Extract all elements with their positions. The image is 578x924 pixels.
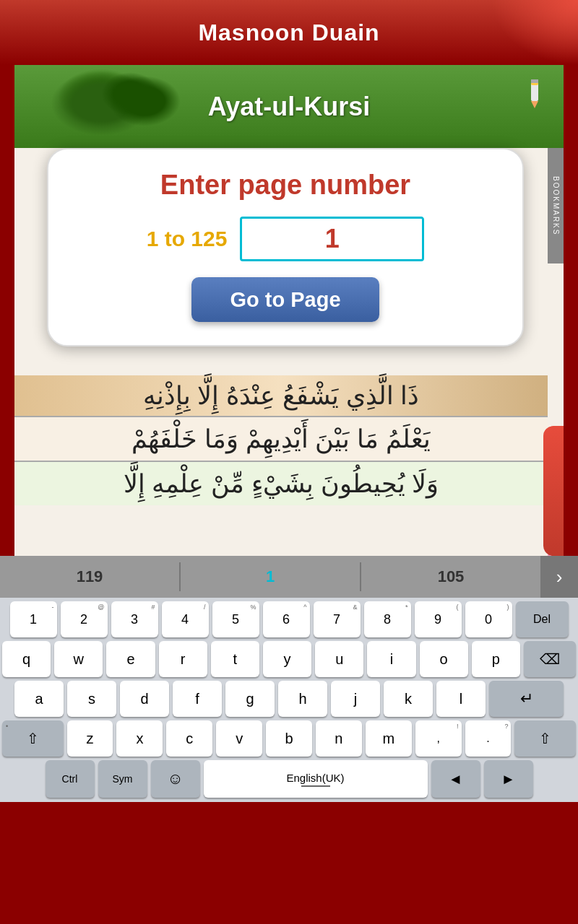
key-w[interactable]: w [54, 641, 103, 677]
keyboard-row-bottom: Ctrl Sym ☺ English(UK) ◄ ► [2, 760, 576, 798]
input-row: 1 to 125 [74, 217, 497, 261]
book-page: Ayat-ul-Kursi BOOKMARKS Enter page numbe… [14, 65, 564, 556]
key-del[interactable]: Del [516, 601, 569, 637]
page-navigation-dialog: Enter page number 1 to 125 Go to Page [47, 148, 524, 346]
key-o[interactable]: o [420, 641, 468, 677]
key-arrow-left[interactable]: ◄ [431, 760, 480, 798]
arabic-text-2: يَعْلَمُ مَا بَيْنَ أَيْدِيهِمْ وَمَا خَ… [131, 424, 431, 453]
key-l[interactable]: l [436, 681, 486, 717]
key-r[interactable]: r [159, 641, 207, 677]
key-6[interactable]: 6^ [263, 601, 310, 637]
key-e[interactable]: e [106, 641, 155, 677]
go-to-page-button[interactable]: Go to Page [191, 277, 379, 322]
key-u[interactable]: u [315, 641, 363, 677]
key-s[interactable]: s [67, 681, 116, 717]
arabic-line-2: يَعْلَمُ مَا بَيْنَ أَيْدِيهِمْ وَمَا خَ… [14, 417, 548, 462]
range-label: 1 to 125 [147, 227, 228, 251]
nav-next-arrow[interactable]: › [540, 556, 578, 598]
language-label: English(UK) [286, 772, 344, 784]
key-c[interactable]: c [166, 720, 212, 757]
key-f[interactable]: f [173, 681, 222, 717]
keyboard-row-qwerty: q w e r t y u i o p ⌫ [2, 641, 576, 677]
key-b[interactable]: b [266, 720, 312, 757]
keyboard-row-zxcv: ⇧• z x c v b n m ,! .? ⇧ [2, 720, 576, 757]
key-5[interactable]: 5% [212, 601, 259, 637]
key-d[interactable]: d [120, 681, 169, 717]
dialog-title: Enter page number [74, 170, 497, 201]
svg-marker-2 [531, 101, 538, 108]
key-backspace[interactable]: ⌫ [524, 641, 576, 677]
arabic-text-3: وَلَا يُحِيطُونَ بِشَيْءٍ مِّنْ عِلْمِهِ… [124, 469, 439, 497]
arabic-text-1: ذَا الَّذِي يَشْفَعُ عِنْدَهُ إِلَّا بِإ… [143, 381, 420, 409]
tree-mid [108, 76, 181, 126]
key-arrow-right[interactable]: ► [484, 760, 533, 798]
keyboard-row-numbers: 1- 2@ 3# 4/ 5% 6^ 7& 8* 9( 0) Del [2, 601, 576, 637]
key-0[interactable]: 0) [465, 601, 512, 637]
key-x[interactable]: x [116, 720, 163, 757]
key-4[interactable]: 4/ [162, 601, 209, 637]
key-language-space[interactable]: English(UK) [204, 760, 428, 798]
arabic-line-1: ذَا الَّذِي يَشْفَعُ عِنْدَهُ إِلَّا بِإ… [14, 375, 548, 417]
space-underline [301, 785, 330, 787]
page-number-input[interactable] [240, 217, 424, 261]
key-2[interactable]: 2@ [61, 601, 108, 637]
key-9[interactable]: 9( [415, 601, 462, 637]
bookmarks-tab[interactable]: BOOKMARKS [548, 148, 564, 263]
key-i[interactable]: i [367, 641, 415, 677]
tree-left [51, 71, 152, 136]
key-j[interactable]: j [331, 681, 380, 717]
key-shift-left[interactable]: ⇧• [2, 720, 64, 757]
arabic-line-3: وَلَا يُحِيطُونَ بِشَيْءٍ مِّنْ عِلْمِهِ… [14, 462, 548, 505]
key-7[interactable]: 7& [314, 601, 361, 637]
nav-page-center: 1 [181, 567, 360, 586]
app-header: Masnoon Duain [0, 0, 578, 65]
key-period[interactable]: .? [465, 720, 512, 757]
nav-page-right: 105 [361, 567, 540, 586]
navigation-bar: 119 1 105 › [0, 556, 578, 598]
chapter-title: Ayat-ul-Kursi [208, 92, 371, 122]
book-header: Ayat-ul-Kursi [14, 65, 564, 148]
key-emoji[interactable]: ☺ [151, 760, 200, 798]
key-g[interactable]: g [225, 681, 275, 717]
key-ctrl[interactable]: Ctrl [46, 760, 95, 798]
key-q[interactable]: q [2, 641, 51, 677]
key-8[interactable]: 8* [364, 601, 411, 637]
key-v[interactable]: v [216, 720, 262, 757]
key-a[interactable]: a [14, 681, 64, 717]
key-p[interactable]: p [472, 641, 520, 677]
key-k[interactable]: k [384, 681, 433, 717]
nav-page-left: 119 [0, 567, 179, 586]
key-comma[interactable]: ,! [415, 720, 462, 757]
key-m[interactable]: m [366, 720, 412, 757]
side-decor [543, 426, 564, 556]
key-y[interactable]: y [263, 641, 311, 677]
go-button-container: Go to Page [74, 277, 497, 322]
app-title: Masnoon Duain [198, 19, 379, 46]
key-shift-right[interactable]: ⇧ [514, 720, 576, 757]
keyboard-row-asdf: a s d f g h j k l ↵ [2, 681, 576, 717]
key-z[interactable]: z [67, 720, 113, 757]
key-3[interactable]: 3# [111, 601, 158, 637]
pencil-icon[interactable] [524, 76, 545, 112]
key-enter[interactable]: ↵ [489, 681, 564, 717]
key-sym[interactable]: Sym [98, 760, 147, 798]
key-t[interactable]: t [211, 641, 259, 677]
arabic-content: ذَا الَّذِي يَشْفَعُ عِنْدَهُ إِلَّا بِإ… [14, 375, 548, 556]
keyboard: 1- 2@ 3# 4/ 5% 6^ 7& 8* 9( 0) Del q w e … [0, 598, 578, 802]
bookmarks-label: BOOKMARKS [552, 176, 560, 235]
key-n[interactable]: n [316, 720, 362, 757]
svg-rect-3 [531, 79, 538, 83]
key-1[interactable]: 1- [10, 601, 57, 637]
key-h[interactable]: h [278, 681, 327, 717]
